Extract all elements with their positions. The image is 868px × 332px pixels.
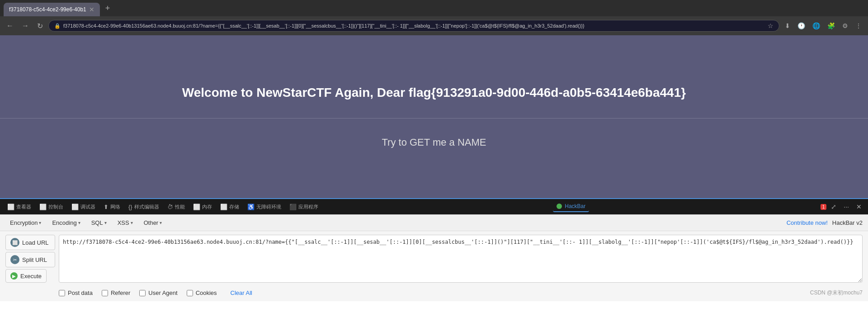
star-icon: ☆ — [768, 22, 774, 29]
post-data-input[interactable] — [59, 290, 65, 296]
network-label: 网络 — [110, 204, 120, 210]
xss-arrow-icon: ▾ — [131, 220, 133, 225]
load-url-button[interactable]: ⬜ Load URL — [5, 235, 55, 250]
address-bar[interactable]: 🔒 f3718078-c5c4-4ce2-99e6-40b13156ae63.n… — [48, 20, 779, 32]
download-icon[interactable]: ⬇ — [782, 20, 793, 31]
contribute-link[interactable]: Contribute now! — [787, 219, 828, 226]
encryption-menu[interactable]: Encryption ▾ — [5, 218, 46, 228]
url-buttons: ⬜ Load URL ✂ Split URL ▶ Execute — [5, 235, 55, 283]
error-badge: 1 — [821, 204, 827, 210]
hackbar-version: HackBar v2 — [832, 219, 863, 226]
url-input[interactable]: http://f3718078-c5c4-4ce2-99e6-40b13156a… — [59, 235, 863, 283]
style-label: 样式编辑器 — [134, 204, 159, 210]
devtools-resize[interactable]: ⤢ — [828, 201, 839, 212]
storage-icon: ⬜ — [220, 204, 227, 210]
execute-label: Execute — [20, 273, 42, 280]
devtools-inspector[interactable]: ⬜ 查看器 — [4, 202, 35, 212]
history-icon[interactable]: 🕐 — [795, 20, 808, 31]
encoding-label: Encoding — [52, 219, 76, 226]
referer-checkbox[interactable]: Referer — [102, 289, 130, 296]
sql-label: SQL — [91, 219, 103, 226]
user-agent-checkbox[interactable]: User Agent — [139, 289, 177, 296]
xss-menu[interactable]: XSS ▾ — [113, 218, 137, 228]
encryption-label: Encryption — [10, 219, 38, 226]
other-arrow-icon: ▾ — [160, 220, 162, 225]
url-display: f3718078-c5c4-4ce2-99e6-40b13156ae63.nod… — [63, 23, 765, 28]
referer-label: Referer — [111, 289, 130, 296]
new-tab-button[interactable]: + — [102, 2, 114, 15]
user-agent-input[interactable] — [139, 290, 146, 296]
accessibility-label: 无障碍环境 — [256, 204, 281, 210]
cookies-checkbox[interactable]: Cookies — [187, 289, 217, 296]
devtools-console[interactable]: ⬜ 控制台 — [36, 202, 67, 212]
tab-title: f3718078-c5c4-4ce2-99e6-40b1 — [9, 6, 86, 13]
hackbar-label: HackBar — [565, 203, 585, 209]
memory-icon: ⬜ — [193, 204, 200, 210]
referer-input[interactable] — [102, 290, 108, 296]
devtools-performance[interactable]: ⏱ 性能 — [164, 202, 189, 212]
page-title: Welcome to NewStarCTF Again, Dear flag{9… — [182, 85, 686, 100]
active-tab[interactable]: f3718078-c5c4-4ce2-99e6-40b1 ✕ — [4, 3, 100, 16]
user-agent-label: User Agent — [148, 289, 177, 296]
sync-icon[interactable]: 🌐 — [810, 20, 823, 31]
devtools-bar: ⬜ 查看器 ⬜ 控制台 ⬜ 调试器 ⬆ 网络 {} 样式编辑器 ⏱ 性能 ⬜ 内… — [0, 198, 868, 214]
more-icon[interactable]: ⋮ — [853, 20, 864, 31]
execute-area: ▶ Execute — [5, 269, 55, 283]
hackbar-panel: Encryption ▾ Encoding ▾ SQL ▾ XSS ▾ Othe… — [0, 214, 868, 301]
load-url-label: Load URL — [22, 239, 49, 246]
post-data-checkbox[interactable]: Post data — [59, 289, 93, 296]
load-url-icon: ⬜ — [10, 238, 19, 247]
devtools-storage[interactable]: ⬜ 存储 — [217, 202, 243, 212]
inspector-label: 查看器 — [16, 204, 31, 210]
split-url-button[interactable]: ✂ Split URL — [5, 252, 55, 267]
extensions-icon[interactable]: 🧩 — [825, 20, 838, 31]
cookies-label: Cookies — [196, 289, 217, 296]
other-menu[interactable]: Other ▾ — [139, 218, 167, 228]
devtools-right: 1 ⤢ ··· ✕ — [821, 201, 864, 212]
xss-label: XSS — [118, 219, 129, 226]
back-button[interactable]: ← — [4, 20, 16, 32]
devtools-network[interactable]: ⬆ 网络 — [100, 202, 124, 212]
devtools-style[interactable]: {} 样式编辑器 — [125, 202, 163, 212]
console-icon: ⬜ — [39, 204, 47, 210]
hackbar-tab[interactable]: HackBar — [553, 201, 589, 212]
bottom-row: Post data Referer User Agent Cookies Cle… — [0, 286, 868, 301]
encoding-arrow-icon: ▾ — [78, 220, 80, 225]
devtools-debugger[interactable]: ⬜ 调试器 — [68, 202, 99, 212]
sql-menu[interactable]: SQL ▾ — [87, 218, 111, 228]
inspector-icon: ⬜ — [7, 204, 14, 210]
split-url-icon: ✂ — [10, 255, 19, 264]
settings-icon[interactable]: ⚙ — [840, 20, 851, 31]
reload-button[interactable]: ↻ — [34, 20, 46, 32]
network-icon: ⬆ — [104, 204, 108, 210]
storage-label: 存储 — [229, 204, 239, 210]
tab-close-icon[interactable]: ✕ — [89, 6, 94, 13]
page-content: Welcome to NewStarCTF Again, Dear flag{9… — [0, 35, 868, 198]
nav-bar: ← → ↻ 🔒 f3718078-c5c4-4ce2-99e6-40b13156… — [0, 16, 868, 35]
url-area: ⬜ Load URL ✂ Split URL ▶ Execute http://… — [0, 231, 868, 286]
console-label: 控制台 — [48, 204, 63, 210]
execute-icon: ▶ — [10, 272, 18, 280]
execute-button[interactable]: ▶ Execute — [5, 269, 47, 283]
memory-label: 内存 — [202, 204, 212, 210]
performance-icon: ⏱ — [167, 204, 173, 210]
debugger-label: 调试器 — [80, 204, 95, 210]
encoding-menu[interactable]: Encoding ▾ — [47, 218, 85, 228]
devtools-accessibility[interactable]: ♿ 无障碍环境 — [244, 202, 285, 212]
cookies-input[interactable] — [187, 290, 193, 296]
debugger-icon: ⬜ — [71, 204, 79, 210]
apps-label: 应用程序 — [298, 204, 318, 210]
lock-icon: 🔒 — [54, 23, 61, 29]
csdn-credit: CSDN @末初mochu7 — [810, 289, 863, 297]
devtools-memory[interactable]: ⬜ 内存 — [189, 202, 216, 212]
performance-label: 性能 — [175, 204, 185, 210]
devtools-apps[interactable]: ⬛ 应用程序 — [286, 202, 322, 212]
devtools-more[interactable]: ··· — [841, 201, 852, 212]
clear-all-button[interactable]: Clear All — [231, 289, 252, 296]
tab-bar: f3718078-c5c4-4ce2-99e6-40b1 ✕ + — [0, 0, 868, 16]
nav-actions: ⬇ 🕐 🌐 🧩 ⚙ ⋮ — [782, 20, 864, 31]
forward-button[interactable]: → — [19, 20, 32, 32]
encryption-arrow-icon: ▾ — [39, 220, 41, 225]
devtools-close[interactable]: ✕ — [854, 201, 864, 212]
page-subtitle: Try to GET me a NAME — [382, 137, 486, 148]
